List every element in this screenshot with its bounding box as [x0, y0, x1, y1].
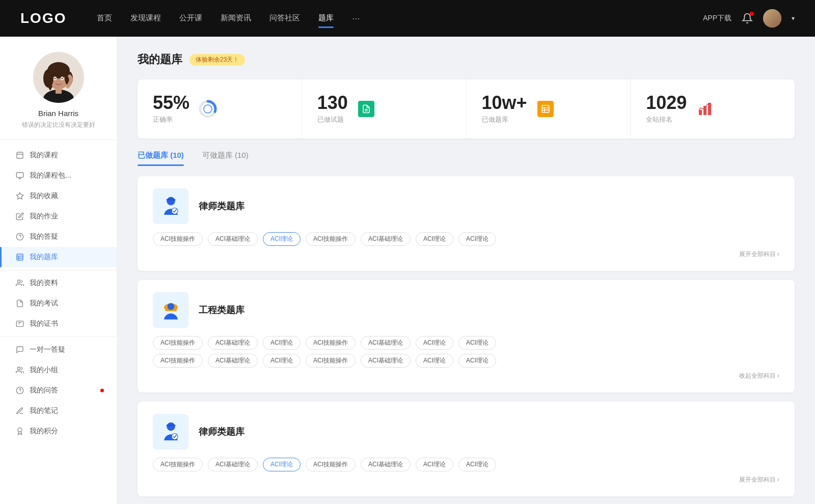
nav-news[interactable]: 新闻资讯 [221, 11, 251, 26]
user-menu-chevron[interactable]: ▾ [792, 15, 795, 22]
eng-tag-5[interactable]: ACI理论 [416, 336, 453, 350]
homework-icon [15, 212, 24, 221]
notification-bell[interactable] [742, 13, 753, 24]
tag-2[interactable]: ACI理论 [263, 232, 301, 246]
doc-green-icon [358, 101, 374, 117]
sidebar-item-my-points[interactable]: 我的积分 [0, 421, 117, 441]
qbank-2-tags-row1: ACI技能操作 ACI基础理论 ACI理论 ACI技能操作 ACI基础理论 AC… [153, 336, 779, 350]
svg-marker-16 [16, 192, 23, 199]
svg-point-10 [61, 78, 63, 79]
profile-avatar[interactable] [33, 52, 84, 103]
navbar-right: APP下载 ▾ [703, 9, 795, 27]
banks-done-text: 10w+ 已做题库 [482, 94, 527, 124]
rank-value: 1029 [646, 94, 687, 112]
engineer-icon [159, 299, 182, 322]
pkg-icon [15, 171, 24, 180]
svg-rect-19 [17, 254, 23, 260]
nav-discover[interactable]: 发现课程 [130, 11, 161, 26]
sidebar-menu: 我的课程 我的课程包... 我的收藏 我的作业 [0, 145, 117, 441]
accuracy-text: 55% 正确率 [153, 94, 189, 124]
qbank-1-header: 律师类题库 [153, 188, 779, 224]
sidebar-item-my-notes[interactable]: 我的笔记 [0, 401, 117, 421]
exam-icon [15, 299, 24, 308]
eng-tag2-1[interactable]: ACI基础理论 [208, 354, 258, 368]
questions-notification-dot [100, 389, 104, 393]
qbank-2-expand[interactable]: 收起全部科目 › [153, 372, 779, 380]
law3-tag-4[interactable]: ACI基础理论 [361, 458, 411, 471]
law3-tag-1[interactable]: ACI基础理论 [208, 458, 258, 471]
eng-tag2-0[interactable]: ACI技能操作 [153, 354, 203, 368]
tag-3[interactable]: ACI技能操作 [306, 232, 356, 246]
nav-opencourse[interactable]: 公开课 [179, 11, 202, 26]
eng-tag2-6[interactable]: ACI理论 [458, 354, 496, 368]
rank-text: 1029 全站排名 [646, 94, 687, 124]
sidebar-item-my-courses[interactable]: 我的课程 [0, 145, 117, 165]
qbank-1-expand[interactable]: 展开全部科目 › [153, 250, 779, 259]
sidebar-item-my-homework[interactable]: 我的作业 [0, 206, 117, 227]
eng-tag-1[interactable]: ACI基础理论 [208, 336, 258, 350]
tag-0[interactable]: ACI技能操作 [153, 232, 203, 246]
nav-home[interactable]: 首页 [97, 11, 112, 26]
accuracy-label: 正确率 [153, 115, 189, 124]
nav-more[interactable]: ··· [352, 11, 360, 26]
eng-tag2-2[interactable]: ACI理论 [263, 354, 301, 368]
sidebar-item-my-favorites[interactable]: 我的收藏 [0, 186, 117, 206]
questions-icon [15, 386, 24, 395]
sidebar-item-my-qa[interactable]: 我的答疑 [0, 227, 117, 247]
svg-rect-42 [166, 199, 175, 200]
law3-tag-5[interactable]: ACI理论 [416, 458, 453, 471]
sidebar-item-my-qbank[interactable]: 我的题库 [0, 247, 117, 267]
user-avatar[interactable] [763, 9, 781, 27]
app-download-button[interactable]: APP下载 [703, 14, 731, 23]
stat-accuracy: 55% 正确率 [138, 79, 302, 138]
profile-icon [15, 278, 24, 288]
law3-tag-6[interactable]: ACI理论 [458, 458, 496, 471]
sidebar-item-my-exam[interactable]: 我的考试 [0, 293, 117, 314]
donut-chart [198, 99, 218, 119]
tag-5[interactable]: ACI理论 [416, 232, 453, 246]
banks-done-label: 已做题库 [482, 115, 527, 124]
tag-6[interactable]: ACI理论 [458, 232, 496, 246]
sidebar-item-one-on-one[interactable]: 一对一答疑 [0, 340, 117, 360]
sidebar-item-my-questions[interactable]: 我的问答 [0, 380, 117, 401]
sidebar-item-my-course-pkg[interactable]: 我的课程包... [0, 165, 117, 186]
nav-qa[interactable]: 问答社区 [269, 11, 300, 26]
tag-1[interactable]: ACI基础理论 [208, 232, 258, 246]
accuracy-value: 55% [153, 94, 189, 112]
law3-tag-0[interactable]: ACI技能操作 [153, 458, 203, 471]
tag-4[interactable]: ACI基础理论 [361, 232, 411, 246]
qbank-card-2: 工程类题库 ACI技能操作 ACI基础理论 ACI理论 ACI技能操作 ACI基… [138, 280, 795, 393]
eng-tag2-3[interactable]: ACI技能操作 [306, 354, 356, 368]
logo[interactable]: LOGO [20, 10, 66, 26]
tab-done-banks[interactable]: 已做题库 (10) [138, 151, 184, 165]
eng-tag-2[interactable]: ACI理论 [263, 336, 301, 350]
eng-tag-0[interactable]: ACI技能操作 [153, 336, 203, 350]
avatar-svg [33, 52, 84, 103]
eng-tag-3[interactable]: ACI技能操作 [306, 336, 356, 350]
stat-rank: 1029 全站排名 [631, 79, 795, 138]
eng-tag2-4[interactable]: ACI基础理论 [361, 354, 411, 368]
eng-tag-6[interactable]: ACI理论 [458, 336, 496, 350]
profile-name: Brian Harris [38, 109, 78, 118]
qbank-3-icon [153, 414, 188, 450]
svg-rect-40 [708, 103, 711, 115]
nav-qbank[interactable]: 题库 [318, 11, 334, 26]
qbank-1-icon [153, 188, 188, 224]
tab-available-banks[interactable]: 可做题库 (10) [202, 151, 249, 165]
divider-1 [0, 270, 117, 270]
qbank-3-expand[interactable]: 展开全部科目 › [153, 475, 779, 484]
eng-tag-4[interactable]: ACI基础理论 [361, 336, 411, 350]
sidebar-item-my-profile[interactable]: 我的资料 [0, 273, 117, 293]
stat-questions-done: 130 已做试题 [302, 79, 467, 138]
sidebar-item-my-group[interactable]: 我的小组 [0, 360, 117, 380]
sidebar-item-my-cert[interactable]: 我的证书 [0, 314, 117, 334]
divider-2 [0, 337, 117, 337]
svg-point-46 [167, 303, 174, 310]
law3-tag-2[interactable]: ACI理论 [263, 458, 301, 471]
eng-tag2-5[interactable]: ACI理论 [416, 354, 453, 368]
page-title: 我的题库 [138, 52, 182, 67]
law3-tag-3[interactable]: ACI技能操作 [306, 458, 356, 471]
questions-done-text: 130 已做试题 [317, 94, 348, 124]
svg-point-31 [204, 105, 212, 113]
svg-point-28 [18, 428, 22, 432]
